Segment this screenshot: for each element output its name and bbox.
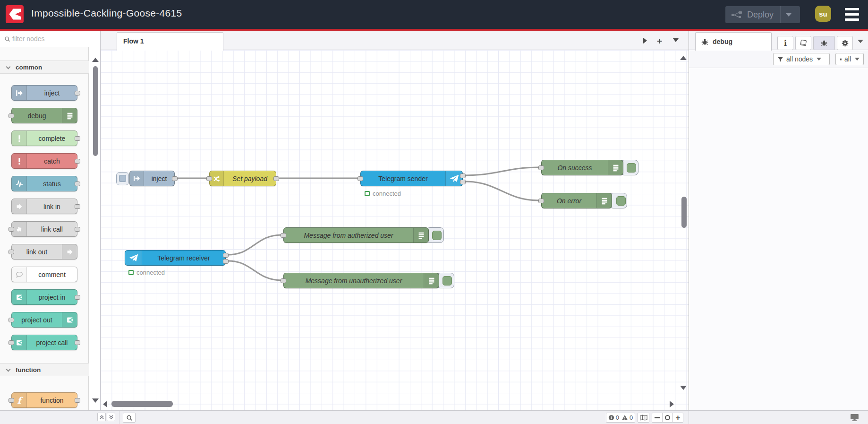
palette-node-complete[interactable]: complete <box>11 130 77 146</box>
palette-node-comment[interactable]: comment <box>11 267 77 282</box>
zoom-reset-button[interactable] <box>662 413 673 423</box>
canvas-scroll-down-icon[interactable] <box>680 386 687 390</box>
canvas-scroll-right-icon[interactable] <box>670 401 674 407</box>
debug-popout-button[interactable] <box>850 414 859 424</box>
flow-node-telegram-sender[interactable]: Telegram sender <box>360 171 463 186</box>
output-port[interactable] <box>75 136 80 141</box>
palette-expand-all-button[interactable] <box>107 413 115 421</box>
status-ring-icon <box>128 270 134 275</box>
sidebar-collapse-icon[interactable] <box>858 40 863 43</box>
debug-filter-button[interactable]: all nodes <box>773 53 830 65</box>
palette-node-link-out[interactable]: link out <box>11 244 77 260</box>
palette-node-project-out[interactable]: project out <box>11 312 77 328</box>
output-port[interactable] <box>75 91 80 95</box>
notification-counts[interactable]: 0 0 <box>606 413 635 423</box>
tab-flow-1[interactable]: Flow 1 <box>117 32 223 51</box>
palette-scrollbar-thumb[interactable] <box>93 66 98 156</box>
flow-node-on-error[interactable]: On error <box>541 193 612 208</box>
palette-category-common[interactable]: common <box>0 61 89 74</box>
output-port[interactable] <box>460 180 466 184</box>
output-port[interactable] <box>273 176 279 181</box>
input-port[interactable] <box>9 318 14 322</box>
flow-node-on-success[interactable]: On success <box>541 160 623 175</box>
debug-message-list[interactable] <box>689 68 868 410</box>
user-avatar[interactable]: su <box>815 6 831 22</box>
settings-tab-button[interactable] <box>837 36 853 50</box>
canvas-hscrollbar-thumb[interactable] <box>111 401 173 407</box>
debug-tab-button[interactable] <box>813 36 835 50</box>
palette-node-link-call[interactable]: link call <box>11 221 77 237</box>
zoom-reset-icon <box>665 415 670 420</box>
palette-node-function[interactable]: f function <box>11 392 77 408</box>
output-port[interactable] <box>460 173 466 178</box>
inject-icon <box>15 89 24 97</box>
input-port[interactable] <box>281 233 286 238</box>
output-port[interactable] <box>75 295 80 300</box>
palette-node-project-call[interactable]: project call <box>11 335 77 350</box>
input-port[interactable] <box>9 113 14 118</box>
input-port[interactable] <box>357 176 363 181</box>
flow-node-msg-unauthorized[interactable]: Message from unautherized user <box>283 273 439 288</box>
input-port[interactable] <box>9 250 14 254</box>
output-port[interactable] <box>223 253 229 258</box>
input-port[interactable] <box>9 227 14 232</box>
flow-node-inject[interactable]: inject <box>129 171 175 186</box>
output-port[interactable] <box>75 182 80 186</box>
input-port[interactable] <box>538 165 544 170</box>
zoom-in-button[interactable]: + <box>672 413 683 423</box>
debug-clear-button[interactable]: all <box>835 53 864 65</box>
palette-search-box[interactable] <box>0 31 89 47</box>
canvas-vscrollbar-thumb[interactable] <box>681 197 687 228</box>
node-status: connected <box>128 269 165 276</box>
canvas-scroll-up-icon[interactable] <box>680 56 687 60</box>
deploy-button[interactable]: Deploy <box>725 6 800 23</box>
palette-node-project-in[interactable]: project in <box>11 289 77 305</box>
input-port[interactable] <box>206 176 212 181</box>
output-port[interactable] <box>172 176 178 181</box>
palette-node-link-in[interactable]: link in <box>11 199 77 214</box>
search-icon <box>126 415 133 421</box>
input-port[interactable] <box>9 398 14 403</box>
navigator-button[interactable] <box>638 413 649 423</box>
search-flows-button[interactable] <box>123 413 136 423</box>
palette-category-function[interactable]: function <box>0 363 89 376</box>
inject-icon <box>133 174 141 182</box>
help-tab-button[interactable] <box>795 36 811 50</box>
menu-icon[interactable] <box>845 8 859 21</box>
output-port[interactable] <box>75 159 80 164</box>
output-port[interactable] <box>223 259 229 264</box>
info-tab-button[interactable]: i <box>777 36 793 50</box>
chevron-down-icon <box>6 65 11 69</box>
canvas-scroll-left-icon[interactable] <box>103 401 107 407</box>
output-port[interactable] <box>75 227 80 232</box>
comment-icon <box>15 270 24 279</box>
add-flow-icon[interactable]: + <box>657 36 662 46</box>
output-port[interactable] <box>75 340 80 345</box>
tab-debug[interactable]: debug <box>695 32 772 51</box>
tab-list-dropdown-icon[interactable] <box>673 38 679 42</box>
input-port[interactable] <box>281 278 286 283</box>
palette-scroll-down-icon[interactable] <box>92 398 99 403</box>
search-input[interactable] <box>12 34 83 44</box>
tab-scroll-right-icon[interactable] <box>643 37 647 44</box>
list-icon <box>427 277 436 285</box>
zoom-out-button[interactable] <box>652 413 663 423</box>
output-port[interactable] <box>75 398 80 403</box>
palette-collapse-all-button[interactable] <box>97 413 106 421</box>
palette-node-inject[interactable]: inject <box>11 85 77 101</box>
palette-node-catch[interactable]: catch <box>11 153 77 169</box>
palette-node-status[interactable]: status <box>11 176 77 191</box>
flow-node-telegram-receiver[interactable]: Telegram receiver <box>125 250 226 266</box>
page-title: Impossible-Cackling-Goose-4615 <box>31 8 182 19</box>
input-port[interactable] <box>9 340 14 345</box>
change-icon <box>213 174 221 183</box>
output-port[interactable] <box>75 204 80 209</box>
palette-node-debug[interactable]: debug <box>11 108 77 123</box>
input-port[interactable] <box>538 199 544 203</box>
flow-node-msg-authorized[interactable]: Message from autherized user <box>283 227 429 243</box>
palette-scroll-up-icon[interactable] <box>92 58 99 62</box>
debug-sidebar: debug i all nodes all <box>689 31 868 410</box>
inject-button[interactable] <box>116 172 129 185</box>
flow-node-set-payload[interactable]: Set payload <box>209 171 276 186</box>
deploy-dropdown-icon[interactable] <box>786 13 791 17</box>
